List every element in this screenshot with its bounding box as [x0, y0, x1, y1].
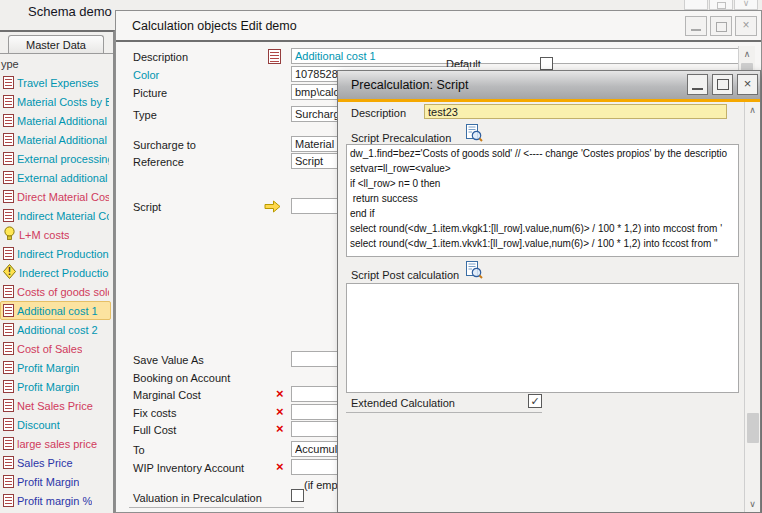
list-item-label: Material Costs by Bi: [17, 96, 109, 108]
bulb-warning-icon: !: [3, 264, 16, 281]
list-item[interactable]: Profit margin %: [0, 491, 111, 510]
form-icon: [3, 361, 14, 374]
type-label: Type: [133, 109, 157, 121]
form-icon: [3, 418, 14, 431]
list-item[interactable]: Travel Expenses: [0, 73, 111, 92]
form-icon: [3, 494, 14, 507]
precalculation-script-dialog: Precalculation: Script × Description Scr…: [337, 70, 761, 513]
dialog-scrollbar[interactable]: ∧ ∨: [744, 102, 760, 512]
booking-on-account-label: Booking on Account: [133, 372, 230, 384]
list-item[interactable]: L+M costs: [0, 225, 111, 244]
minimize-button[interactable]: [687, 74, 708, 95]
type-column-header: ype: [1, 58, 19, 70]
form-icon: [3, 380, 14, 393]
scroll-up-icon[interactable]: ∧: [745, 102, 760, 118]
form-icon: [3, 247, 14, 260]
list-item[interactable]: Indirect Production: [0, 244, 111, 263]
list-item[interactable]: Direct Material Costs: [0, 187, 111, 206]
surcharge-to-label: Surcharge to: [133, 139, 196, 151]
list-item[interactable]: Material Costs by Bi: [0, 92, 111, 111]
list-item-label: Inderect Production: [19, 267, 109, 279]
close-button[interactable]: ×: [735, 16, 757, 36]
list-item[interactable]: Profit Margin: [0, 358, 111, 377]
form-icon: [3, 114, 14, 127]
script-post-calculation-textarea[interactable]: [346, 283, 739, 393]
valuation-in-precalculation-label: Valuation in Precalculation: [133, 492, 262, 504]
form-icon: [3, 95, 14, 108]
script-label: Script: [133, 201, 161, 213]
valuation-checkbox[interactable]: [291, 489, 304, 502]
dialog-titlebar[interactable]: Precalculation: Script ×: [338, 71, 760, 99]
list-item[interactable]: Material Additional C: [0, 111, 111, 130]
form-icon: [268, 49, 281, 64]
list-item[interactable]: Discount: [0, 415, 111, 434]
list-item-label: Discount: [17, 419, 60, 431]
description-input[interactable]: [291, 48, 741, 64]
wip-inventory-account-label: WIP Inventory Account: [133, 462, 244, 474]
list-item-label: Material Additional C: [17, 134, 109, 146]
extended-calculation-checkbox[interactable]: [528, 394, 542, 408]
list-item-label: Travel Expenses: [17, 77, 99, 89]
dialog-description-input[interactable]: [424, 104, 727, 119]
preview-zoom-icon[interactable]: [465, 261, 483, 279]
schema-sidebar: Master Data ype Travel Expenses Material…: [0, 30, 115, 513]
list-item-label: Profit Margin: [17, 476, 79, 488]
list-item-label: Sales Price: [17, 457, 73, 469]
list-item-label: Profit Margin: [17, 381, 79, 393]
save-value-as-label: Save Value As: [133, 354, 204, 366]
maximize-button[interactable]: [710, 16, 732, 36]
color-label: Color: [133, 69, 159, 81]
scroll-down-icon[interactable]: ∨: [745, 496, 760, 512]
list-item[interactable]: large sales price: [0, 434, 111, 453]
bulb-icon: [3, 226, 16, 243]
app-minimize-button[interactable]: [684, 0, 708, 10]
list-item-label: Costs of goods sold: [17, 286, 109, 298]
scrollbar-thumb[interactable]: [747, 413, 759, 443]
list-item[interactable]: ! Inderect Production: [0, 263, 111, 282]
tabstrip-divider: [0, 53, 113, 54]
form-icon: [3, 209, 14, 222]
list-item[interactable]: Sales Price: [0, 453, 111, 472]
list-item[interactable]: Material Additional C: [0, 130, 111, 149]
list-item[interactable]: Additional cost 2: [0, 320, 111, 339]
list-item[interactable]: Profit Margin: [0, 472, 111, 491]
accent-bar: [338, 99, 760, 102]
default-checkbox[interactable]: [540, 57, 553, 70]
script-precalculation-label: Script Precalculation: [351, 132, 451, 144]
list-item-label: Cost of Sales: [17, 343, 82, 355]
field-underline: [346, 412, 542, 413]
form-icon: [3, 399, 14, 412]
fix-costs-label: Fix costs: [133, 407, 176, 419]
app-maximize-button[interactable]: [709, 0, 733, 10]
list-item-label: L+M costs: [19, 229, 69, 241]
svg-text:!: !: [8, 266, 11, 277]
list-item-label: Indirect Production: [17, 248, 109, 260]
list-item[interactable]: Additional cost 1: [0, 301, 111, 320]
script-precalculation-textarea[interactable]: dw_1.find=bez='Costs of goods sold' // <…: [346, 144, 739, 257]
list-item-label: large sales price: [17, 438, 97, 450]
list-item[interactable]: Profit Margin: [0, 377, 111, 396]
list-item[interactable]: External additional c: [0, 168, 111, 187]
form-icon: [3, 456, 14, 469]
list-item[interactable]: Net Sales Price: [0, 396, 111, 415]
list-item[interactable]: Cost of Sales: [0, 339, 111, 358]
list-item[interactable]: Costs of goods sold: [0, 282, 111, 301]
form-icon: [3, 76, 14, 89]
scroll-up-icon[interactable]: ∧: [739, 46, 755, 62]
minimize-button[interactable]: [685, 16, 707, 36]
list-item[interactable]: External processing: [0, 149, 111, 168]
app-close-button[interactable]: ∨: [734, 0, 758, 10]
list-item[interactable]: Indirect Material Co: [0, 206, 111, 225]
form-icon: [3, 437, 14, 450]
close-button[interactable]: ×: [737, 74, 758, 95]
form-icon: [3, 342, 14, 355]
tab-master-data[interactable]: Master Data: [8, 35, 104, 54]
field-underline: [129, 507, 304, 508]
dialog-description-label: Description: [351, 107, 406, 119]
marginal-cost-label: Marginal Cost: [133, 389, 201, 401]
maximize-button[interactable]: [712, 74, 733, 95]
list-item-label: Additional cost 1: [17, 305, 98, 317]
preview-zoom-icon[interactable]: [465, 124, 483, 142]
list-item-label: External additional c: [17, 172, 109, 184]
error-x-icon: ×: [276, 407, 284, 417]
